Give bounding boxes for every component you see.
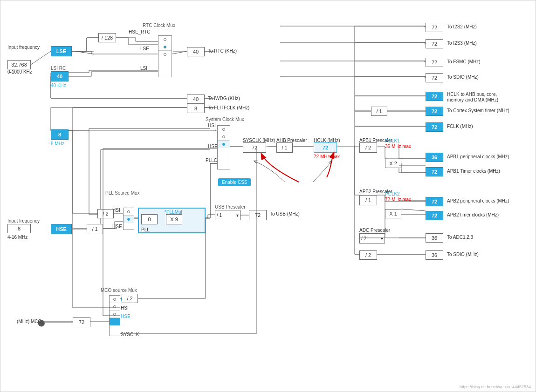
pllmul-label: *PLLMul <box>165 210 182 215</box>
apb2-periph-value[interactable]: 72 <box>426 197 443 206</box>
fclk-label: FCLK (MHz) <box>447 124 473 129</box>
adc-prescaler-dropdown[interactable]: / 2 ▾ <box>359 233 385 243</box>
i2s2-value[interactable]: 72 <box>426 23 443 32</box>
apb1-prescaler[interactable]: / 2 <box>359 142 377 153</box>
svg-line-12 <box>31 51 51 65</box>
lse-value[interactable]: 32.768 <box>7 60 31 69</box>
sys-mux[interactable] <box>217 125 230 169</box>
lsi-40khz-label: 40 KHz <box>51 83 66 88</box>
pll-mux-hsi[interactable] <box>124 208 134 216</box>
mco-arrow: ⬤ <box>38 319 45 326</box>
hse-mco-label: HSE <box>121 314 131 319</box>
input-freq-top-label: Input frequency <box>7 45 40 50</box>
rtc-mux-lsi[interactable] <box>158 51 172 58</box>
fsmc-value[interactable]: 72 <box>426 58 443 67</box>
to-sdio-top-label: To SDIO (MHz) <box>447 74 479 80</box>
pll-src-mux[interactable] <box>123 208 134 230</box>
sysclk-value[interactable]: 72 <box>243 142 266 153</box>
cortex-div1[interactable]: / 1 <box>371 107 387 116</box>
rtc-mux-lse[interactable] <box>158 43 172 51</box>
sys-mux-hse[interactable] <box>218 133 230 141</box>
flitfclk-value[interactable]: 8 <box>187 104 205 113</box>
pclk1-label: PCLK1 <box>385 138 400 143</box>
apb2-timer-label: APB2 timer clocks (MHz) <box>447 212 499 217</box>
sdio-div2[interactable]: / 2 <box>359 250 377 260</box>
lsi-rc-label: LSI RC <box>51 66 66 71</box>
pll-value[interactable]: 8 <box>141 214 158 224</box>
usb-prescaler-dropdown[interactable]: / 1 ▾ <box>215 210 241 220</box>
apb2-prescaler[interactable]: / 1 <box>359 195 377 205</box>
to-sdio-bottom-label: To SDIO (MHz) <box>447 252 479 257</box>
hse-div1[interactable]: / 1 <box>87 224 103 234</box>
pll-div2[interactable]: / 2 <box>97 209 114 218</box>
hse-block[interactable]: HSE <box>51 224 72 234</box>
rtc-mux[interactable] <box>158 35 172 77</box>
adc-prescaler-label: ADC Prescaler <box>359 228 390 233</box>
apb1-periph-value[interactable]: 36 <box>426 153 443 162</box>
hse-pll-label: HSE <box>112 224 122 229</box>
hclk-value[interactable]: 72 <box>314 142 337 153</box>
hsi-mhz-label: 8 MHz <box>51 141 64 146</box>
apb2-periph-label: APB2 peripheral clocks (MHz) <box>447 198 509 203</box>
hse-sys-label: HSE <box>208 144 218 149</box>
to-fsmc-label: To FSMC (MHz) <box>447 59 481 64</box>
hsi-rc-value[interactable]: 8 <box>51 129 69 140</box>
ahb-prescaler[interactable]: / 1 <box>276 142 293 153</box>
rtc-clock-mux-label: RTC Clock Mux <box>136 23 182 28</box>
cortex-value[interactable]: 72 <box>426 107 443 116</box>
mco-div2[interactable]: / 2 <box>122 294 138 303</box>
mco-mux-hse[interactable] <box>110 311 120 318</box>
mco-mux-pllclk[interactable] <box>110 296 120 303</box>
clock-diagram: Input frequency 32.768 0-1000 KHz LSE LS… <box>0 0 536 392</box>
mco-mux[interactable] <box>109 295 120 336</box>
apb1-timer-label: APB1 Timer clocks (MHz) <box>447 169 500 174</box>
apb2-timer-value[interactable]: 72 <box>426 211 443 220</box>
freq-range-bottom: 4-16 MHz <box>7 235 27 240</box>
sdio-top-value[interactable]: 72 <box>426 73 443 82</box>
adc-prescaler-value: / 2 <box>361 236 366 241</box>
lse-block[interactable]: LSE <box>51 46 72 56</box>
adc-value[interactable]: 36 <box>426 233 443 243</box>
sys-mux-hsi[interactable] <box>218 126 230 133</box>
mco-mux-sysclk[interactable] <box>110 318 120 325</box>
pclk1-max: 36 MHz max <box>385 144 411 149</box>
mco-value[interactable]: 72 <box>73 317 90 327</box>
pll-box: 8 X 9 PLL *PLLMul <box>138 208 206 233</box>
to-usb-label: To USB (MHz) <box>270 211 300 216</box>
i2s3-value[interactable]: 72 <box>426 39 443 48</box>
hclk-max-label: 72 MHz max <box>314 154 340 159</box>
usb-prescaler-label: USB Prescaler <box>215 204 246 210</box>
pll-label: PLL <box>141 227 150 232</box>
system-clock-mux-label: System Clock Mux <box>206 117 244 122</box>
to-rtc-label: To RTC (KHz) <box>208 48 237 54</box>
sdio-bottom-value[interactable]: 36 <box>426 250 443 260</box>
pll-mux-hse[interactable] <box>124 216 134 223</box>
enable-css-button[interactable]: Enable CSS <box>218 178 251 186</box>
sys-mux-pllclk[interactable] <box>218 141 230 148</box>
lsi-rc-value[interactable]: 40 <box>51 71 69 81</box>
lsi-mux-label: LSI <box>140 66 147 71</box>
usb-value[interactable]: 72 <box>249 210 267 220</box>
hclk-ahb-value[interactable]: 72 <box>426 92 443 101</box>
hclk-ahb-label: HCLK to AHB bus, core, <box>447 92 497 97</box>
hse-input-value[interactable]: 8 <box>7 224 31 233</box>
pll-source-mux-label: PLL Source Mux <box>105 190 140 196</box>
apb1-timer-value[interactable]: 72 <box>426 167 443 176</box>
to-i2s2-label: To I2S2 (MHz) <box>447 24 477 29</box>
pclk2-max: 72 MHz max <box>385 197 411 202</box>
x1-apb2[interactable]: X 1 <box>385 209 401 218</box>
usb-prescaler-value: / 1 <box>217 213 222 218</box>
x2-apb1[interactable]: X 2 <box>385 159 401 168</box>
mco-mux-hsi[interactable] <box>110 303 120 311</box>
pll-x9[interactable]: X 9 <box>166 214 182 224</box>
iwdg-value[interactable]: 40 <box>187 95 205 104</box>
hsi-sys-label: HSI <box>208 123 216 128</box>
hse-rtc-label: HSE_RTC <box>129 29 151 34</box>
apb1-periph-label: APB1 peripheral clocks (MHz) <box>447 154 509 159</box>
input-freq-bottom-label: Input frequency <box>7 218 40 223</box>
fclk-value[interactable]: 72 <box>426 122 443 132</box>
div128-block[interactable]: / 128 <box>98 33 116 42</box>
mco-source-mux-label: MCO source Mux <box>101 288 137 293</box>
rtc-mux-hse[interactable] <box>158 36 172 43</box>
rtc-value[interactable]: 40 <box>187 47 205 56</box>
